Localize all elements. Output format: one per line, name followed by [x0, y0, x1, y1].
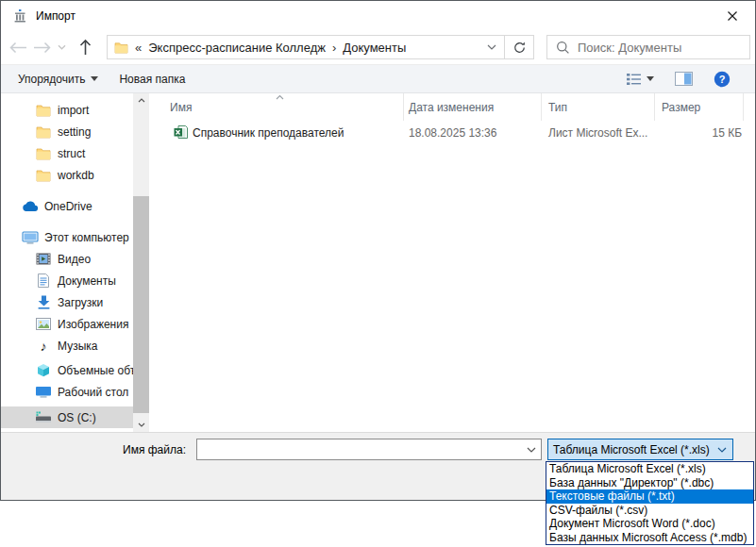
folder-icon [35, 104, 52, 117]
file-name: Справочник преподавателей [193, 126, 344, 140]
sidebar-item-workdb[interactable]: workdb [1, 164, 133, 186]
column-header-type[interactable]: Тип [542, 93, 655, 121]
window-title: Импорт [36, 9, 76, 23]
filetype-combobox[interactable]: Таблица Microsoft Excel (*.xls) [547, 439, 733, 460]
up-button[interactable] [73, 36, 97, 58]
breadcrumb-overflow[interactable]: « [135, 41, 142, 55]
filename-input[interactable] [197, 439, 522, 459]
close-icon [727, 10, 738, 22]
address-bar[interactable]: « Экспресс-расписание Колледж › Документ… [107, 35, 534, 59]
sidebar-item-label: Объемные объекты [58, 364, 133, 377]
back-button[interactable] [7, 36, 29, 58]
forward-arrow-icon [33, 41, 52, 54]
filetype-option[interactable]: База данных "Директор" (*.dbc) [546, 476, 753, 490]
sidebar-item-this-pc[interactable]: Этот компьютер [1, 226, 133, 248]
refresh-button[interactable] [505, 36, 533, 58]
scrollbar-thumb[interactable] [133, 196, 149, 413]
up-arrow-icon [79, 39, 92, 56]
column-header-name[interactable]: Имя [149, 93, 404, 121]
chevron-down-icon[interactable] [522, 447, 541, 453]
video-icon [35, 253, 52, 265]
title-bar: Импорт [1, 1, 755, 30]
help-button[interactable]: ? [714, 71, 731, 88]
organize-label: Упорядочить [18, 73, 85, 86]
image-icon [35, 318, 52, 330]
scroll-down-button[interactable] [133, 418, 149, 432]
file-size: 15 КБ [655, 126, 742, 140]
file-date-modified: 18.08.2025 13:36 [409, 126, 496, 140]
address-dropdown-button[interactable] [479, 36, 504, 58]
sidebar-item-pictures[interactable]: Изображения [1, 313, 133, 335]
sidebar-item-downloads[interactable]: Загрузки [1, 291, 133, 313]
folder-icon [114, 41, 128, 54]
excel-file-icon [174, 124, 189, 140]
filename-combobox[interactable] [196, 439, 542, 460]
sidebar-item-3d-objects[interactable]: Объемные объекты [1, 359, 133, 381]
navigation-bar: « Экспресс-расписание Колледж › Документ… [1, 30, 755, 64]
new-folder-label: Новая папка [119, 73, 185, 86]
chevron-down-icon[interactable] [717, 447, 732, 453]
sidebar-item-music[interactable]: ♪ Музыка [1, 335, 133, 356]
breadcrumb-item-current[interactable]: Документы [343, 41, 406, 55]
sidebar-item-documents[interactable]: Документы [1, 270, 133, 291]
chevron-down-icon [58, 44, 66, 50]
column-header-date-modified[interactable]: Дата изменения [404, 93, 542, 121]
filetype-option[interactable]: Документ Microsoft Word (*.doc) [546, 517, 753, 531]
navigation-pane: import setting struct workdb OneDrive Эт… [1, 93, 133, 432]
new-folder-button[interactable]: Новая папка [119, 73, 185, 86]
sidebar-item-label: Рабочий стол [58, 386, 128, 399]
filetype-option[interactable]: Базы данных Microsoft Access (*.mdb) [546, 531, 753, 545]
filetype-option[interactable]: Текстовые файлы (*.txt) [546, 489, 753, 504]
sidebar-item-setting[interactable]: setting [1, 121, 133, 142]
filetype-option[interactable]: CSV-файлы (*.csv) [546, 504, 753, 518]
sidebar-item-onedrive[interactable]: OneDrive [1, 195, 133, 217]
column-header-row: Имя Дата изменения Тип Размер [149, 93, 755, 121]
column-header-size[interactable]: Размер [655, 93, 744, 121]
sidebar-item-label: workdb [58, 169, 94, 182]
scroll-up-button[interactable] [133, 93, 149, 108]
sidebar-scrollbar[interactable] [133, 93, 149, 432]
sidebar-item-videos[interactable]: Видео [1, 248, 133, 270]
file-list: Имя Дата изменения Тип Размер Справочник… [149, 93, 755, 432]
recent-locations-button[interactable] [54, 36, 69, 58]
folder-icon [35, 147, 52, 160]
sidebar-item-label: Видео [58, 253, 91, 266]
sidebar-item-label: Загрузки [58, 296, 103, 309]
breadcrumb-item-parent[interactable]: Экспресс-расписание Колледж [148, 41, 326, 55]
sidebar-item-label: OneDrive [44, 200, 92, 213]
sidebar-item-label: setting [58, 125, 91, 139]
cube-icon [35, 363, 52, 378]
sidebar-item-label: Музыка [58, 340, 97, 353]
view-options-button[interactable] [626, 73, 654, 86]
search-input[interactable] [578, 41, 749, 55]
download-icon [35, 295, 52, 309]
preview-pane-button[interactable] [675, 72, 693, 86]
refresh-icon [512, 41, 527, 55]
preview-pane-icon [675, 72, 693, 86]
document-icon [35, 274, 52, 288]
search-icon [556, 41, 570, 55]
organize-button[interactable]: Упорядочить [18, 73, 98, 86]
sidebar-item-struct[interactable]: struct [1, 142, 133, 164]
list-view-icon [626, 73, 642, 86]
breadcrumb-separator: › [332, 41, 336, 55]
main-area: import setting struct workdb OneDrive Эт… [1, 93, 755, 432]
forward-button[interactable] [31, 36, 54, 58]
sidebar-item-label: Документы [58, 274, 116, 288]
search-box[interactable] [546, 35, 750, 59]
close-button[interactable] [710, 1, 755, 30]
svg-text:?: ? [719, 74, 726, 85]
filetype-option[interactable]: Таблица Microsoft Excel (*.xls) [546, 462, 753, 476]
help-icon: ? [714, 71, 731, 88]
sidebar-item-os-c[interactable]: OS (C:) [1, 406, 133, 428]
drive-icon [35, 411, 52, 423]
sidebar-item-desktop[interactable]: Рабочий стол [1, 381, 133, 403]
dropdown-arrow-icon [647, 76, 654, 81]
filetype-dropdown-list: Таблица Microsoft Excel (*.xls) База дан… [546, 461, 754, 545]
sidebar-item-label: Изображения [58, 318, 128, 331]
file-row[interactable]: Справочник преподавателей 18.08.2025 13:… [149, 123, 744, 143]
sidebar-item-label: import [58, 104, 89, 117]
filename-label: Имя файла: [95, 443, 186, 456]
music-icon: ♪ [35, 340, 52, 353]
sidebar-item-import[interactable]: import [1, 99, 133, 121]
